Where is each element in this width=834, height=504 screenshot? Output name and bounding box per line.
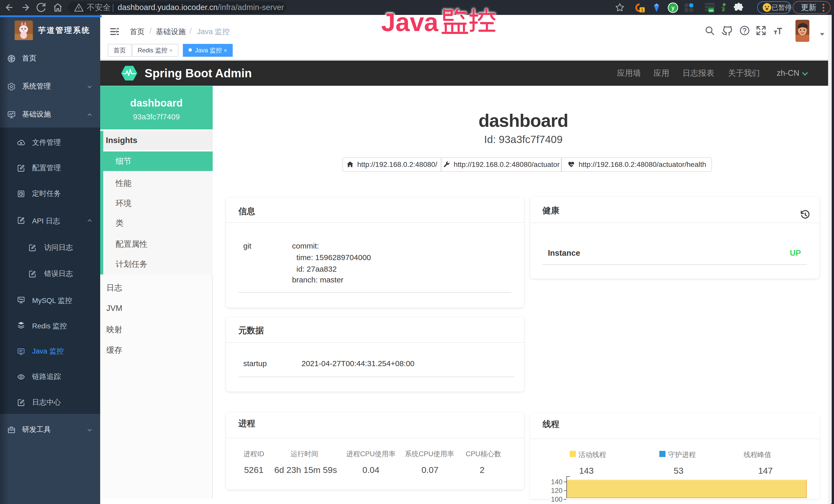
svg-text:1: 1 (641, 8, 643, 12)
svg-text:y: y (672, 5, 675, 11)
svg-text:on: on (709, 8, 713, 12)
